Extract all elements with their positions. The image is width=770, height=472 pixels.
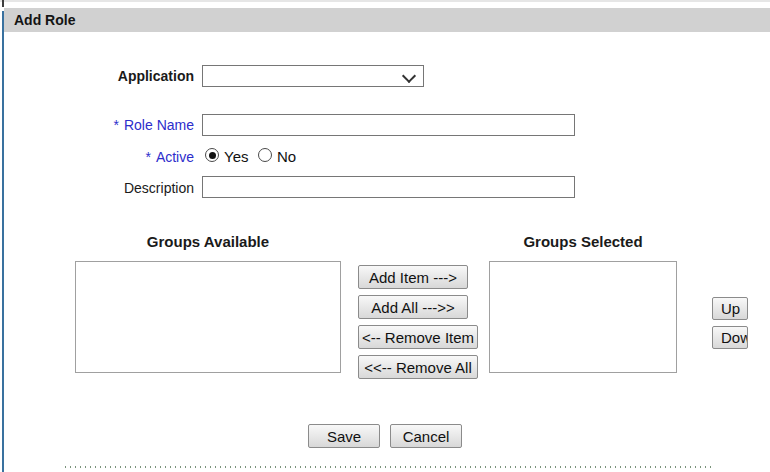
groups-available-header: Groups Available (75, 233, 341, 250)
remove-item-button[interactable]: <-- Remove Item (358, 325, 478, 349)
description-input[interactable] (202, 176, 575, 198)
required-asterisk: * (145, 149, 150, 165)
cancel-button[interactable]: Cancel (390, 424, 462, 448)
active-label: *Active (4, 149, 194, 165)
page-title: Add Role (4, 8, 75, 32)
remove-all-button[interactable]: <<-- Remove All (358, 355, 478, 379)
role-name-input[interactable] (202, 114, 575, 136)
application-select[interactable] (202, 65, 424, 87)
top-border (0, 0, 770, 2)
groups-available-listbox[interactable] (75, 261, 341, 373)
role-name-label: *Role Name (4, 117, 194, 133)
dotted-divider (65, 466, 713, 468)
role-name-label-text: Role Name (124, 117, 194, 133)
save-button[interactable]: Save (308, 424, 380, 448)
application-label: Application (4, 68, 194, 84)
down-button[interactable]: Down (712, 326, 748, 349)
up-button[interactable]: Up (712, 297, 748, 320)
add-item-button[interactable]: Add Item ---> (358, 265, 468, 289)
add-role-page: Add Role Application *Role Name *Active … (0, 0, 770, 472)
active-yes-radio[interactable] (205, 148, 219, 162)
active-yes-label: Yes (224, 149, 248, 165)
required-asterisk: * (114, 117, 119, 133)
active-no-label: No (277, 149, 296, 165)
active-label-text: Active (156, 149, 194, 165)
active-no-radio[interactable] (258, 148, 272, 162)
add-all-button[interactable]: Add All --->> (358, 295, 468, 319)
description-label: Description (4, 180, 194, 196)
left-border-tick (2, 0, 4, 7)
groups-selected-header: Groups Selected (489, 233, 677, 250)
radio-dot (209, 152, 216, 159)
page-header: Add Role (4, 8, 770, 32)
groups-selected-listbox[interactable] (489, 261, 677, 373)
